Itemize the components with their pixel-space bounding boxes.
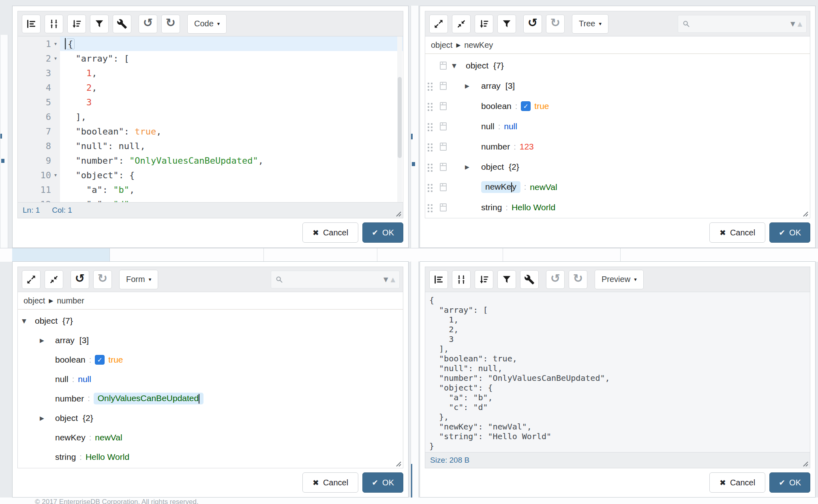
redo-button[interactable]: ↻ (569, 270, 587, 289)
search-previous-icon[interactable]: ▲ (390, 276, 395, 283)
code-line-text[interactable]: "c": "d" (60, 197, 403, 202)
ok-button[interactable]: ✔ OK (769, 472, 810, 493)
code-line[interactable]: 12 "c": "d" (18, 197, 403, 202)
collapse-toggle-icon[interactable]: ▼ (22, 318, 26, 324)
boolean-checkbox[interactable]: ✓ (521, 101, 531, 111)
expand-toggle-icon[interactable]: ▶ (40, 337, 44, 343)
ok-button[interactable]: ✔ OK (362, 472, 403, 493)
filter-button[interactable] (497, 270, 516, 289)
field-name[interactable]: newKey (481, 181, 520, 193)
field-value[interactable]: 123 (520, 142, 534, 152)
resize-handle-icon[interactable] (802, 461, 809, 467)
repair-button[interactable] (520, 270, 539, 289)
cancel-button[interactable]: ✖ Cancel (709, 472, 765, 493)
sort-button[interactable] (67, 15, 86, 33)
sort-button[interactable] (475, 15, 493, 33)
breadcrumb-item[interactable]: number (57, 296, 84, 305)
filter-button[interactable] (90, 15, 109, 33)
repair-button[interactable] (113, 15, 131, 33)
format-button[interactable] (22, 15, 41, 33)
code-line[interactable]: 5 3 (18, 95, 403, 109)
code-line[interactable]: 9 "number": "OnlyValuesCanBeUpdated", (18, 153, 403, 168)
mode-dropdown-preview[interactable]: Preview ▾ (595, 270, 644, 289)
breadcrumb-item[interactable]: object (431, 41, 452, 50)
mode-dropdown-code[interactable]: Code ▾ (187, 14, 227, 34)
redo-button[interactable]: ↻ (546, 15, 565, 33)
resize-handle-icon[interactable] (395, 211, 402, 217)
code-line-text[interactable]: "object": { (60, 168, 403, 182)
context-menu-button[interactable] (440, 163, 447, 171)
code-line[interactable]: 8 "null": null, (18, 139, 403, 153)
collapse-all-button[interactable] (45, 270, 63, 289)
resize-handle-icon[interactable] (395, 461, 402, 467)
field-value[interactable]: Hello World (512, 203, 555, 212)
field-name[interactable]: string (55, 452, 76, 462)
code-line[interactable]: 7 "boolean": true, (18, 124, 403, 139)
undo-button[interactable]: ↺ (523, 15, 542, 33)
field-value[interactable]: newVal (95, 433, 122, 442)
collapse-toggle-icon[interactable]: ▼ (452, 63, 456, 68)
collapse-all-button[interactable] (452, 15, 471, 33)
search-next-icon[interactable]: ▼ (790, 20, 795, 28)
code-line[interactable]: 10▾ "object": { (18, 168, 403, 182)
undo-button[interactable]: ↺ (546, 270, 565, 289)
expand-all-button[interactable] (22, 270, 41, 289)
field-name[interactable]: number (55, 394, 84, 404)
field-name[interactable]: null (481, 122, 495, 131)
mode-dropdown-form[interactable]: Form ▾ (119, 270, 158, 289)
ok-button[interactable]: ✔ OK (362, 222, 403, 243)
sort-button[interactable] (475, 270, 493, 289)
expand-all-button[interactable] (429, 15, 448, 33)
redo-button[interactable]: ↻ (93, 270, 112, 289)
undo-button[interactable]: ↺ (71, 270, 89, 289)
field-name[interactable]: boolean (55, 355, 86, 365)
context-menu-button[interactable] (440, 102, 447, 110)
breadcrumb-item[interactable]: object (24, 296, 45, 305)
field-value[interactable]: Hello World (86, 452, 129, 462)
compact-button[interactable] (452, 270, 471, 289)
filter-button[interactable] (497, 15, 516, 33)
ok-button[interactable]: ✔ OK (769, 222, 810, 243)
code-line-text[interactable]: "null": null, (60, 139, 403, 153)
expand-toggle-icon[interactable]: ▶ (40, 415, 44, 421)
field-value[interactable]: true (108, 355, 123, 365)
format-button[interactable] (429, 270, 448, 289)
expand-toggle-icon[interactable]: ▶ (465, 83, 469, 89)
code-line-text[interactable]: 1, (60, 66, 403, 80)
field-value[interactable]: null (504, 122, 517, 131)
field-name[interactable]: newKey (55, 433, 86, 442)
drag-handle[interactable] (428, 123, 429, 125)
field-name[interactable]: string (481, 203, 502, 212)
mode-dropdown-tree[interactable]: Tree ▾ (572, 14, 608, 34)
code-line[interactable]: 3 1, (18, 66, 403, 80)
field-name[interactable]: object (35, 316, 58, 326)
code-line-text[interactable]: ], (60, 109, 403, 124)
field-name[interactable]: boolean (481, 101, 512, 111)
drag-handle[interactable] (428, 83, 429, 84)
drag-handle[interactable] (428, 143, 429, 145)
cancel-button[interactable]: ✖ Cancel (302, 472, 358, 493)
field-name[interactable]: object (55, 413, 78, 423)
resize-handle-icon[interactable] (802, 211, 809, 217)
code-line[interactable]: 1▾{ (18, 36, 403, 51)
code-line-text[interactable]: "array": [ (60, 51, 403, 66)
drag-handle[interactable] (428, 103, 429, 105)
breadcrumb-item[interactable]: newKey (464, 41, 493, 50)
code-line-text[interactable]: "a": "b", (60, 182, 403, 197)
code-line[interactable]: 4 2, (18, 80, 403, 95)
field-name[interactable]: array (55, 335, 75, 345)
field-name[interactable]: number (481, 142, 510, 152)
fold-toggle-icon[interactable]: ▾ (51, 172, 60, 178)
field-name[interactable]: object (466, 61, 488, 70)
code-line-text[interactable]: "boolean": true, (60, 124, 403, 139)
scrollbar-thumb[interactable] (398, 77, 402, 158)
boolean-checkbox[interactable]: ✓ (95, 355, 105, 365)
context-menu-button[interactable] (440, 82, 447, 90)
cancel-button[interactable]: ✖ Cancel (709, 222, 765, 243)
code-line-text[interactable]: "number": "OnlyValuesCanBeUpdated", (60, 153, 403, 168)
redo-button[interactable]: ↻ (161, 15, 180, 33)
field-name[interactable]: array (481, 81, 501, 91)
code-line[interactable]: 11 "a": "b", (18, 182, 403, 197)
drag-handle[interactable] (428, 164, 429, 165)
code-line-text[interactable]: { (60, 36, 403, 51)
